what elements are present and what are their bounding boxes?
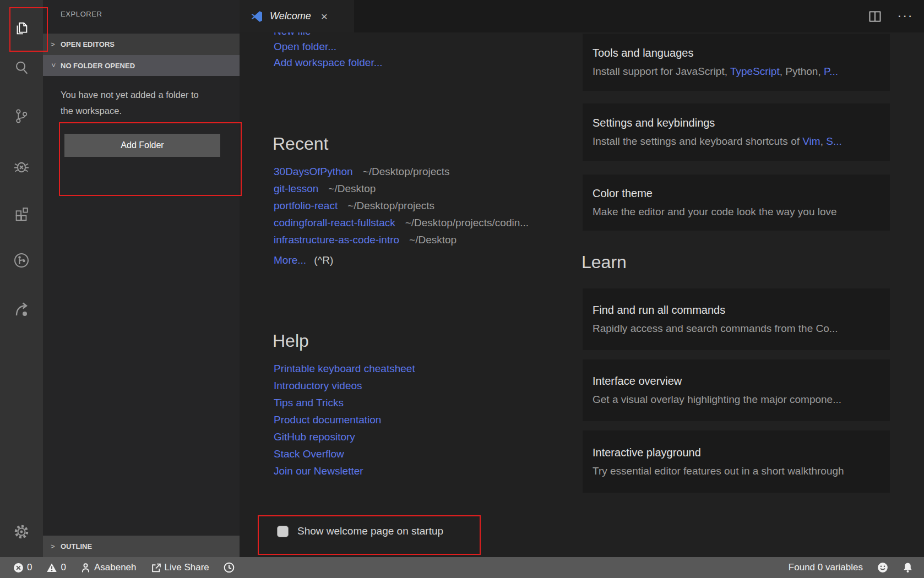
card-find-commands[interactable]: Find and run all commands Rapidly access… xyxy=(583,288,890,350)
recent-more-link[interactable]: More... xyxy=(274,254,306,266)
editor-area: Welcome × ··· New file Open folder... Ad… xyxy=(240,0,924,557)
help-link-stackoverflow[interactable]: Stack Overflow xyxy=(274,448,344,460)
inline-link[interactable]: S... xyxy=(826,135,842,147)
recent-path: ~/Desktop/projects xyxy=(363,166,450,177)
help-heading: Help xyxy=(273,331,309,351)
section-label: OUTLINE xyxy=(61,542,92,550)
section-label: NO FOLDER OPENED xyxy=(61,62,135,70)
live-share-icon[interactable] xyxy=(0,296,43,323)
card-title: Interactive playground xyxy=(593,446,880,459)
source-control-icon[interactable] xyxy=(0,103,43,129)
tab-bar: Welcome × ··· xyxy=(240,0,924,32)
help-link-tips[interactable]: Tips and Tricks xyxy=(274,397,344,408)
problems-indicator[interactable]: 0 0 xyxy=(13,562,66,573)
open-folder-link-row: Open folder... xyxy=(274,41,336,53)
account-name: Asabeneh xyxy=(94,562,137,573)
recent-item: portfolio-react~/Desktop/projects xyxy=(274,200,434,212)
card-title: Tools and languages xyxy=(593,47,880,59)
recent-item: infrastructure-as-code-intro~/Desktop xyxy=(274,234,456,246)
recent-link[interactable]: codingforall-react-fullstack xyxy=(274,217,395,228)
live-share-status-item[interactable]: Live Share xyxy=(151,562,209,573)
card-interface-overview[interactable]: Interface overview Get a visual overlay … xyxy=(583,359,890,421)
inline-link[interactable]: TypeScript xyxy=(730,66,780,77)
card-title: Color theme xyxy=(593,187,880,200)
section-outline[interactable]: > OUTLINE xyxy=(43,536,240,557)
account-item[interactable]: Asabeneh xyxy=(80,562,137,573)
search-icon[interactable] xyxy=(0,54,43,81)
inline-text: Install support for JavaScript, xyxy=(593,66,730,77)
show-welcome-label: Show welcome page on startup xyxy=(297,525,443,537)
activity-bar xyxy=(0,0,43,557)
tab-welcome[interactable]: Welcome × xyxy=(240,0,354,32)
inline-text: Rapidly access and search commands from … xyxy=(593,323,838,334)
git-graph-icon[interactable] xyxy=(0,247,43,274)
card-tools-and-languages[interactable]: Tools and languages Install support for … xyxy=(583,34,890,91)
feedback-smiley-icon[interactable] xyxy=(877,562,888,573)
help-link-docs[interactable]: Product documentation xyxy=(274,414,381,426)
inline-text: Install the settings and keyboard shortc… xyxy=(593,135,802,147)
extensions-icon[interactable] xyxy=(0,200,43,226)
inline-link[interactable]: P... xyxy=(824,66,838,77)
live-share-label: Live Share xyxy=(165,562,209,573)
card-color-theme[interactable]: Color theme Make the editor and your cod… xyxy=(583,175,890,231)
recent-link[interactable]: 30DaysOfPython xyxy=(274,166,353,177)
add-folder-button[interactable]: Add Folder xyxy=(64,134,220,157)
recent-path: ~/Desktop xyxy=(328,183,376,194)
recent-link[interactable]: git-lesson xyxy=(274,183,318,194)
inline-text: , xyxy=(820,135,827,147)
card-description: Install support for JavaScript, TypeScri… xyxy=(593,66,880,78)
no-folder-message: You have not yet added a folder to the w… xyxy=(61,87,207,119)
more-actions-icon[interactable]: ··· xyxy=(898,11,914,22)
error-count: 0 xyxy=(27,562,32,573)
help-link-github[interactable]: GitHub repository xyxy=(274,431,355,443)
sidebar-title: EXPLORER xyxy=(61,10,102,18)
timer-item[interactable] xyxy=(224,562,235,573)
notifications-bell-icon[interactable] xyxy=(903,562,913,573)
help-link-videos[interactable]: Introductory videos xyxy=(274,380,362,391)
card-description: Rapidly access and search commands from … xyxy=(593,323,880,335)
warning-icon xyxy=(46,563,57,573)
startup-checkbox-row: Show welcome page on startup xyxy=(277,525,443,537)
section-open-editors[interactable]: > OPEN EDITORS xyxy=(43,34,240,55)
explorer-sidebar: EXPLORER > OPEN EDITORS > NO FOLDER OPEN… xyxy=(43,0,240,557)
tabbar-actions: ··· xyxy=(868,0,914,32)
card-interactive-playground[interactable]: Interactive playground Try essential edi… xyxy=(583,430,890,493)
recent-item: 30DaysOfPython~/Desktop/projects xyxy=(274,166,450,178)
tab-close-icon[interactable]: × xyxy=(321,10,328,22)
run-debug-icon[interactable] xyxy=(0,153,43,179)
new-file-link[interactable]: New file xyxy=(274,32,311,37)
show-welcome-checkbox[interactable] xyxy=(277,526,289,537)
recent-link[interactable]: portfolio-react xyxy=(274,200,338,211)
help-link-newsletter[interactable]: Join our Newsletter xyxy=(274,465,363,477)
status-bar: 0 0 Asabeneh Liv xyxy=(0,557,924,578)
settings-gear-icon[interactable] xyxy=(0,519,43,545)
card-title: Interface overview xyxy=(593,375,880,388)
recent-heading: Recent xyxy=(273,134,328,154)
chevron-right-icon: > xyxy=(51,542,56,550)
inline-text: Make the editor and your code look the w… xyxy=(593,206,837,217)
card-settings-and-keybindings[interactable]: Settings and keybindings Install the set… xyxy=(583,103,890,161)
vscode-logo-icon xyxy=(251,10,264,23)
card-title: Settings and keybindings xyxy=(593,117,880,129)
card-description: Try essential editor features out in a s… xyxy=(593,465,880,477)
recent-link[interactable]: infrastructure-as-code-intro xyxy=(274,234,399,246)
section-no-folder-opened[interactable]: > NO FOLDER OPENED xyxy=(43,55,240,76)
error-icon xyxy=(13,563,24,573)
recent-more-row: More...(^R) xyxy=(274,254,333,266)
card-description: Get a visual overlay highlighting the ma… xyxy=(593,394,880,406)
recent-path: ~/Desktop xyxy=(409,234,456,246)
explorer-icon[interactable] xyxy=(0,15,43,42)
person-icon xyxy=(80,563,91,573)
add-workspace-folder-link[interactable]: Add workspace folder... xyxy=(274,57,383,68)
card-title: Find and run all commands xyxy=(593,304,880,317)
inline-link[interactable]: Vim xyxy=(802,135,820,147)
add-workspace-folder-link-row: Add workspace folder... xyxy=(274,57,383,69)
new-file-link-clipped[interactable]: New file xyxy=(274,32,311,39)
split-editor-icon[interactable] xyxy=(868,10,882,23)
recent-item: git-lesson~/Desktop xyxy=(274,183,376,195)
open-folder-link[interactable]: Open folder... xyxy=(274,41,336,52)
card-description: Install the settings and keyboard shortc… xyxy=(593,135,880,148)
learn-heading: Learn xyxy=(581,252,627,272)
chevron-right-icon: > xyxy=(51,40,56,48)
help-link-cheatsheet[interactable]: Printable keyboard cheatsheet xyxy=(274,363,415,374)
